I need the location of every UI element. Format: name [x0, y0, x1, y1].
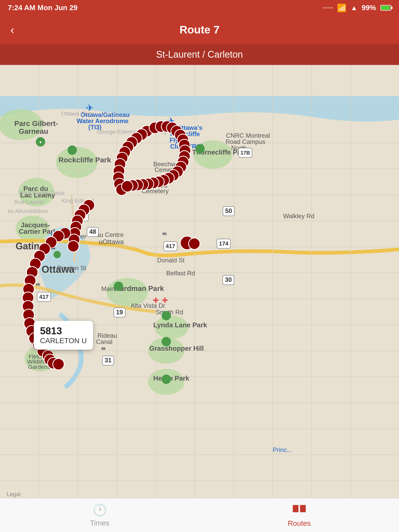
svg-text:✚: ✚ [162, 296, 168, 304]
svg-text:Legal: Legal [6, 491, 21, 497]
svg-point-113 [195, 144, 205, 154]
sub-header-text: St-Laurent / Carleton [156, 49, 243, 60]
svg-text:Rockcliffe Park: Rockcliffe Park [58, 156, 111, 164]
svg-text:Boul Sacré-Coeur: Boul Sacré-Coeur [19, 190, 65, 196]
svg-text:48: 48 [89, 228, 96, 235]
map-background: Parc Gilbert- Garneau Parc du Lac Leamy … [0, 65, 399, 501]
svg-text:30: 30 [225, 276, 232, 283]
status-bar-right: 📶 ▲ 99% [323, 3, 391, 12]
svg-text:uOttawa: uOttawa [99, 238, 124, 246]
svg-point-118 [162, 375, 171, 384]
svg-text:17B: 17B [241, 150, 250, 156]
svg-text:Walkley Rd: Walkley Rd [283, 212, 314, 220]
battery-icon [380, 5, 391, 11]
svg-text:50: 50 [225, 207, 232, 214]
svg-text:Parc Gilbert-: Parc Gilbert- [14, 119, 58, 128]
svg-text:CNRC Montreal: CNRC Montreal [226, 132, 270, 139]
tab-times[interactable]: 🕐 Times [0, 503, 200, 527]
battery-label: 99% [362, 4, 376, 12]
svg-point-164 [68, 241, 79, 252]
svg-rect-91 [36, 283, 40, 286]
status-bar: 7:24 AM Mon Jun 29 📶 ▲ 99% [0, 0, 399, 16]
nav-bar: ‹ Route 7 [0, 16, 399, 44]
svg-text:Garneau: Garneau [19, 127, 48, 135]
nav-title: Route 7 [179, 24, 220, 36]
tab-bar: 🕐 Times Routes [0, 498, 399, 532]
svg-text:Road Campus: Road Campus [225, 138, 265, 145]
routes-icon [292, 503, 306, 517]
svg-text:Lynda Lane Park: Lynda Lane Park [153, 321, 207, 329]
svg-point-185 [53, 358, 64, 370]
sub-header: St-Laurent / Carleton [0, 44, 399, 65]
svg-text:174: 174 [219, 240, 229, 247]
svg-point-119 [54, 251, 61, 258]
svg-text:417: 417 [166, 243, 175, 249]
svg-text:Preston St: Preston St [57, 264, 86, 271]
tab-routes-label: Routes [288, 519, 311, 528]
clock-icon: 🕐 [93, 503, 107, 517]
svg-rect-193 [293, 505, 298, 512]
svg-point-117 [162, 337, 171, 346]
svg-point-114 [114, 282, 123, 291]
svg-point-156 [122, 181, 133, 192]
svg-text:Princ...: Princ... [273, 446, 292, 453]
wifi-icon: 📶 [337, 3, 347, 12]
svg-rect-194 [300, 505, 306, 512]
svg-rect-94 [162, 232, 167, 235]
svg-text:19: 19 [116, 309, 123, 316]
svg-text:Belfast Rd: Belfast Rd [166, 270, 195, 277]
svg-text:31: 31 [105, 357, 112, 364]
back-button[interactable]: ‹ [8, 21, 17, 39]
svg-rect-107 [101, 347, 105, 350]
tab-routes[interactable]: Routes [200, 503, 399, 528]
time: 7:24 AM [8, 4, 35, 12]
svg-text:Grasshopper Hill: Grasshopper Hill [149, 344, 204, 352]
stop-number: 5813 [40, 325, 87, 337]
svg-text:●: ● [39, 140, 42, 144]
svg-text:Rideau: Rideau [97, 332, 117, 339]
svg-text:Canal: Canal [96, 338, 112, 345]
svg-text:Alta Vista Dr: Alta Vista Dr [131, 302, 165, 309]
svg-text:es Allumettières: es Allumettières [8, 208, 48, 214]
svg-text:Rue Laurier: Rue Laurier [14, 199, 44, 205]
status-bar-left: 7:24 AM Mon Jun 29 [8, 4, 77, 12]
stop-name: CARLETON U [40, 337, 87, 345]
svg-text:Water Aerodrome: Water Aerodrome [77, 117, 129, 124]
svg-text:417: 417 [39, 294, 49, 300]
svg-text:✈: ✈ [86, 103, 94, 113]
svg-point-116 [162, 311, 171, 320]
svg-text:Donald St: Donald St [157, 257, 185, 264]
date: Mon Jun 29 [37, 4, 77, 12]
signal-icon [323, 7, 333, 9]
svg-text:Heron Park: Heron Park [153, 374, 189, 382]
stop-popup[interactable]: 5813 CARLETON U [34, 321, 93, 350]
svg-point-192 [189, 238, 200, 249]
svg-text:✚: ✚ [153, 296, 159, 304]
gps-icon: ▲ [351, 4, 357, 12]
svg-point-112 [68, 145, 77, 155]
map-area[interactable]: Parc Gilbert- Garneau Parc du Lac Leamy … [0, 65, 399, 501]
tab-times-label: Times [90, 519, 109, 527]
